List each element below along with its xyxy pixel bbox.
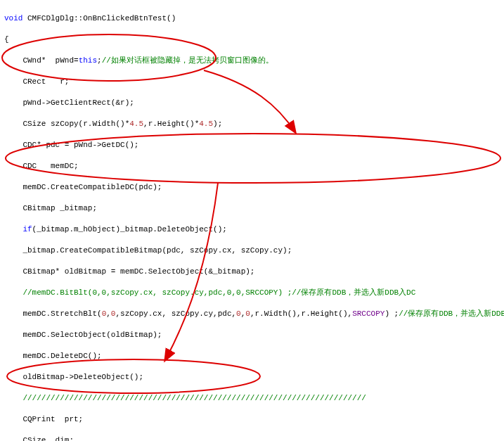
code-line: CDC* pdc = pWnd->GetDC(); <box>4 140 504 151</box>
code-line: CRect r; <box>4 77 504 87</box>
code-line: CBitmap* oldBitmap = memDC.SelectObject(… <box>4 267 504 277</box>
code-line: CWnd* pWnd=this;//如果对话框被隐藏掉，是无法拷贝窗口图像的。 <box>4 56 504 66</box>
code-line: //memDC.BitBlt(0,0,szCopy.cx, szCopy.cy,… <box>4 288 504 298</box>
code-line: ////////////////////////////////////////… <box>4 393 504 404</box>
code-line: memDC.StretchBlt(0,0,szCopy.cx, szCopy.c… <box>4 309 504 319</box>
code-line: CBitmap _bitmap; <box>4 203 504 214</box>
code-line: oldBitmap->DeleteObject(); <box>4 372 504 383</box>
code-line: CQPrint prt; <box>4 414 504 425</box>
code-line: CSize dim; <box>4 435 504 441</box>
code-line: if(_bitmap.m_hObject)_bitmap.DeleteObjec… <box>4 224 504 235</box>
code-line: pWnd->GetClientRect(&r); <box>4 98 504 108</box>
code-line: { <box>4 34 504 45</box>
code-line: CSize szCopy(r.Width()*4.5,r.Height()*4.… <box>4 119 504 129</box>
code-block: void CMFCDlgDlg::OnBnClickedBtnTest() { … <box>0 0 504 441</box>
code-line: CDC memDC; <box>4 161 504 172</box>
code-line: memDC.CreateCompatibleDC(pdc); <box>4 182 504 193</box>
code-line: memDC.SelectObject(oldBitmap); <box>4 330 504 340</box>
code-line: memDC.DeleteDC(); <box>4 351 504 362</box>
code-line: _bitmap.CreateCompatibleBitmap(pdc, szCo… <box>4 245 504 256</box>
code-line: void CMFCDlgDlg::OnBnClickedBtnTest() <box>4 13 504 24</box>
